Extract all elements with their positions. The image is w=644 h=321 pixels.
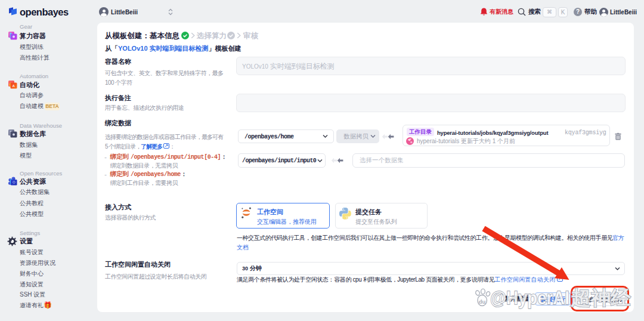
svg-text:@HyperAI: @HyperAI [490, 287, 569, 308]
svg-text:A: A [13, 84, 15, 88]
svg-text:超神经: 超神经 [570, 287, 631, 308]
svg-text:du: du [479, 298, 486, 305]
